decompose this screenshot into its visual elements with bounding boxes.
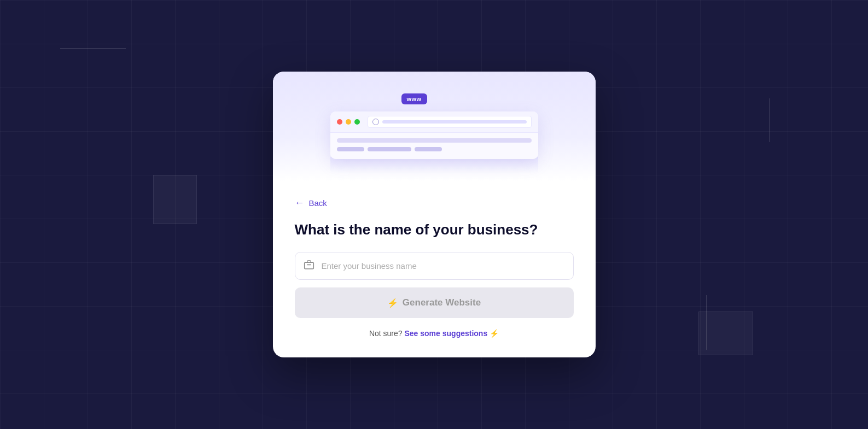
deco-line-3	[769, 98, 770, 142]
deco-line-1	[60, 48, 126, 49]
suggestion-prefix: Not sure?	[369, 329, 403, 338]
browser-content-line-1	[337, 138, 532, 143]
hero-area: www	[273, 72, 596, 181]
briefcase-icon	[304, 259, 314, 273]
dot-green	[354, 119, 360, 125]
back-label: Back	[309, 198, 327, 208]
main-modal: www	[273, 72, 596, 358]
browser-btn-1	[337, 147, 364, 151]
back-arrow-icon: ←	[295, 197, 305, 209]
browser-reflection	[330, 157, 538, 173]
generate-button-label: Generate Website	[403, 297, 481, 308]
suggestion-bolt-icon: ⚡	[490, 329, 499, 338]
see-suggestions-link[interactable]: See some suggestions	[404, 329, 487, 338]
deco-rect-2	[698, 312, 753, 355]
back-button[interactable]: ← Back	[295, 197, 327, 209]
dot-yellow	[346, 119, 351, 125]
deco-rect-1	[153, 175, 197, 224]
browser-body	[330, 133, 538, 159]
browser-titlebar	[330, 111, 538, 133]
bolt-icon: ⚡	[387, 298, 398, 308]
modal-content: ← Back What is the name of your business…	[273, 181, 596, 358]
generate-website-button[interactable]: ⚡ Generate Website	[295, 287, 574, 318]
globe-icon	[372, 119, 379, 125]
suggestion-text: Not sure? See some suggestions ⚡	[295, 329, 574, 338]
browser-btn-3	[415, 147, 442, 151]
browser-content-btns	[337, 147, 532, 151]
www-badge: www	[401, 93, 427, 104]
browser-addressbar	[368, 116, 532, 128]
browser-btn-2	[368, 147, 411, 151]
browser-mockup	[330, 111, 538, 159]
business-name-input[interactable]	[295, 252, 574, 280]
question-title: What is the name of your business?	[295, 221, 574, 239]
input-wrapper	[295, 252, 574, 280]
dot-red	[337, 119, 342, 125]
svg-rect-0	[304, 262, 313, 269]
address-bar-line	[382, 120, 527, 124]
